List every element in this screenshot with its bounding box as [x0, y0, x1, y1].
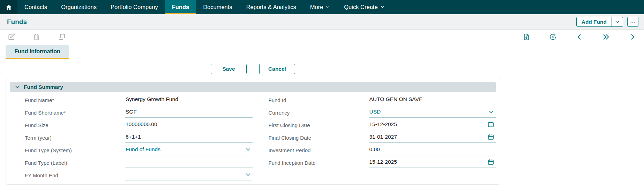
popout-icon[interactable] [58, 33, 66, 41]
add-fund-split-button: Add Fund [576, 17, 623, 27]
fund-shortname-field[interactable]: SGF [125, 108, 253, 118]
field-row: First Closing Date15-12-2025 [269, 119, 496, 131]
investment-period-value: 0.00 [369, 146, 380, 153]
field-row: Term (year)6+1+1 [25, 131, 253, 144]
term-year-label: Term (year) [25, 135, 125, 141]
fy-month-end-label: FY Month End [25, 172, 125, 178]
chevron-right-icon[interactable] [629, 33, 636, 41]
chevron-down-icon[interactable] [245, 146, 251, 153]
section-title: Fund Summary [24, 84, 63, 90]
header-actions: Add Fund ... [576, 17, 638, 27]
fund-size-value: 10000000.00 [126, 121, 157, 127]
fund-name-value: Synergy Growth Fund [126, 96, 178, 102]
chevron-left-icon[interactable] [576, 33, 583, 41]
field-row: Fund Type (Label) [25, 156, 253, 169]
fund-summary-header[interactable]: Fund Summary [10, 82, 496, 92]
field-row: Fund Name*Synergy Growth Fund [25, 94, 253, 106]
save-button[interactable]: Save [211, 64, 247, 74]
fund-id-label: Fund Id [269, 97, 369, 103]
field-row: Fund Inception Date15-12-2025 [269, 156, 496, 169]
delete-icon[interactable] [33, 33, 40, 41]
chevron-down-icon [615, 19, 620, 24]
fund-type-label-label: Fund Type (Label) [25, 160, 125, 166]
tab-bar: Fund Information [0, 44, 644, 59]
nav-item-label: Funds [172, 4, 189, 10]
field-row: FY Month End [25, 169, 253, 181]
nav-item-quick-create[interactable]: Quick Create [337, 0, 391, 14]
fy-month-end-field[interactable] [125, 170, 253, 180]
fund-type-label-field[interactable] [125, 158, 253, 168]
fund-summary-panel: Fund Summary Fund Name*Synergy Growth Fu… [6, 79, 500, 185]
field-row: Fund Type (System)Fund of Funds [25, 144, 253, 156]
nav-item-label: Contacts [24, 4, 47, 10]
first-closing-date-field[interactable]: 15-12-2025 [369, 120, 496, 130]
edit-icon[interactable] [8, 33, 15, 41]
fund-name-field[interactable]: Synergy Growth Fund [125, 95, 253, 105]
final-closing-date-field[interactable]: 31-01-2027 [369, 133, 496, 143]
add-fund-dropdown-button[interactable] [612, 17, 623, 26]
first-closing-date-label: First Closing Date [269, 122, 369, 128]
nav-item-label: Portfolio Company [111, 4, 158, 10]
field-row: Final Closing Date31-01-2027 [269, 131, 496, 144]
home-button[interactable] [0, 0, 17, 14]
top-nav: ContactsOrganizationsPortfolio CompanyFu… [0, 0, 644, 14]
nav-item-documents[interactable]: Documents [196, 0, 239, 14]
fund-inception-date-label: Fund Inception Date [269, 160, 369, 166]
page-header: Funds Add Fund ... [0, 14, 644, 30]
field-row: Fund Shortname*SGF [25, 106, 253, 119]
page-title: Funds [7, 18, 27, 26]
final-closing-date-label: Final Closing Date [269, 135, 369, 141]
cancel-button[interactable]: Cancel [259, 64, 295, 74]
export-document-icon[interactable] [523, 33, 530, 41]
chevron-down-icon[interactable] [488, 109, 494, 115]
add-fund-button[interactable]: Add Fund [577, 17, 612, 26]
field-row: Investment Period0.00 [269, 144, 496, 156]
fund-inception-date-value: 15-12-2025 [369, 159, 397, 165]
tab-fund-information[interactable]: Fund Information [6, 45, 69, 59]
currency-value: USD [369, 109, 381, 115]
fund-name-label: Fund Name* [25, 97, 125, 103]
investment-period-label: Investment Period [269, 147, 369, 153]
chevron-down-icon[interactable] [245, 171, 251, 178]
nav-item-label: Documents [203, 4, 232, 10]
field-row: CurrencyUSD [269, 106, 496, 119]
nav-item-contacts[interactable]: Contacts [17, 0, 54, 14]
content-area: Save Cancel Fund Summary Fund Name*Syner… [0, 59, 644, 185]
fund-shortname-label: Fund Shortname* [25, 110, 125, 116]
record-toolbar: $ [0, 30, 644, 44]
fund-shortname-value: SGF [126, 109, 137, 115]
fund-summary-form: Fund Name*Synergy Growth FundFund Shortn… [10, 92, 496, 181]
fund-size-label: Fund Size [25, 122, 125, 128]
term-year-field[interactable]: 6+1+1 [125, 133, 253, 143]
nav-item-more[interactable]: More [303, 0, 337, 14]
currency-field[interactable]: USD [369, 108, 496, 118]
fund-type-system-label: Fund Type (System) [25, 147, 125, 153]
investment-period-field[interactable]: 0.00 [369, 145, 496, 155]
sync-currency-icon[interactable]: $ [549, 33, 557, 41]
nav-item-organizations[interactable]: Organizations [54, 0, 104, 14]
chevron-down-icon [380, 4, 385, 10]
calendar-icon[interactable] [487, 133, 494, 140]
final-closing-date-value: 31-01-2027 [369, 134, 397, 140]
nav-item-portfolio-company[interactable]: Portfolio Company [104, 0, 165, 14]
double-chevron-right-icon[interactable] [602, 33, 610, 41]
svg-text:$: $ [552, 35, 554, 39]
nav-item-label: Organizations [61, 4, 97, 10]
nav-item-funds[interactable]: Funds [165, 0, 196, 14]
currency-label: Currency [269, 110, 369, 116]
first-closing-date-value: 15-12-2025 [369, 121, 397, 127]
calendar-icon[interactable] [487, 121, 494, 128]
more-options-icon: ... [630, 17, 636, 24]
form-actions: Save Cancel [6, 64, 500, 74]
chevron-down-icon [325, 4, 330, 10]
fund-type-system-field[interactable]: Fund of Funds [125, 145, 253, 155]
fund-id-field[interactable]: AUTO GEN ON SAVE [369, 95, 496, 105]
calendar-icon[interactable] [487, 158, 494, 165]
nav-item-reports-analytics[interactable]: Reports & Analytics [239, 0, 303, 14]
fund-inception-date-field[interactable]: 15-12-2025 [369, 158, 496, 168]
nav-item-label: Quick Create [344, 4, 377, 10]
more-options-button[interactable]: ... [627, 17, 638, 27]
fund-size-field[interactable]: 10000000.00 [125, 120, 253, 130]
nav-item-label: Reports & Analytics [246, 4, 296, 10]
field-row: Fund IdAUTO GEN ON SAVE [269, 94, 496, 106]
